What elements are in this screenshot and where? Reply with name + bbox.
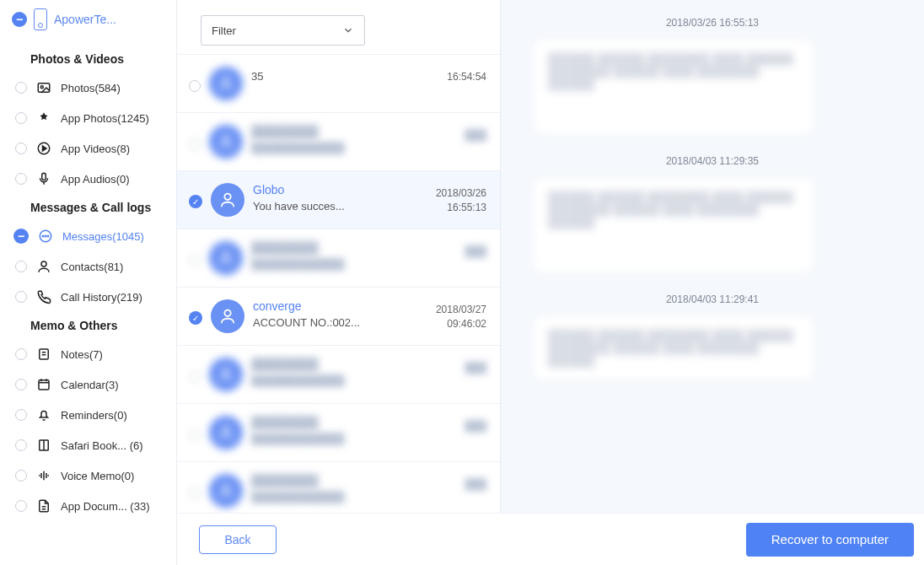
- message-title: ████████: [251, 474, 411, 487]
- message-preview: ACCOUNT NO.:002...: [253, 316, 411, 329]
- message-item[interactable]: ███████████████████████: [177, 229, 500, 288]
- message-preview: ████████████: [251, 258, 411, 271]
- svg-point-6: [45, 235, 46, 237]
- radio-icon[interactable]: [15, 291, 27, 303]
- message-preview: ████████████: [251, 374, 411, 387]
- play-icon: [35, 140, 52, 157]
- message-title: ████████: [251, 416, 411, 429]
- radio-icon[interactable]: [15, 379, 27, 390]
- footer-bar: Back Recover to computer: [177, 513, 924, 565]
- svg-rect-3: [42, 173, 46, 180]
- radio-icon[interactable]: [189, 138, 201, 150]
- sidebar-item-app-videos[interactable]: App Videos(8): [0, 133, 176, 164]
- radio-icon[interactable]: [189, 429, 201, 441]
- svg-point-15: [223, 252, 228, 258]
- sidebar-item-reminders[interactable]: Reminders(0): [0, 400, 176, 430]
- radio-icon[interactable]: [15, 500, 27, 512]
- message-time: ███: [419, 416, 486, 433]
- sidebar-item-photos[interactable]: Photos(584): [0, 73, 176, 103]
- message-item[interactable]: ███████████████████████: [177, 113, 500, 171]
- wave-icon: [35, 467, 52, 484]
- radio-icon[interactable]: [15, 82, 27, 94]
- message-time: ███: [419, 125, 486, 143]
- sidebar-item-contacts[interactable]: Contacts(81): [0, 251, 176, 282]
- sidebar-item-label: Photos(584): [61, 82, 121, 94]
- svg-point-13: [223, 136, 228, 142]
- check-icon[interactable]: ✓: [189, 195, 202, 208]
- sidebar-item-label: App Docum... (33): [61, 500, 150, 513]
- sidebar: − ApowerTe... Photos & Videos Photos(584…: [0, 0, 177, 565]
- message-title: ████████: [251, 125, 411, 138]
- avatar: [211, 183, 244, 217]
- device-header[interactable]: − ApowerTe...: [0, 0, 176, 46]
- section-title-photos: Photos & Videos: [0, 46, 176, 73]
- sidebar-item-call-history[interactable]: Call History(219): [0, 282, 176, 312]
- sidebar-item-label: Contacts(81): [61, 261, 123, 273]
- sidebar-item-label: Reminders(0): [61, 409, 127, 422]
- collapse-icon[interactable]: −: [12, 12, 27, 27]
- radio-icon[interactable]: [15, 439, 27, 451]
- message-preview: 35: [251, 70, 411, 83]
- svg-point-16: [224, 310, 230, 316]
- message-item[interactable]: ✓GloboYou have succes...2018/03/2616:55:…: [177, 171, 500, 229]
- message-item[interactable]: ✓convergeACCOUNT NO.:002...2018/03/2709:…: [177, 288, 500, 346]
- svg-point-18: [223, 427, 228, 433]
- message-preview: ████████████: [251, 142, 411, 154]
- sidebar-item-app-audios[interactable]: App Audios(0): [0, 164, 176, 194]
- radio-icon[interactable]: [15, 348, 27, 360]
- bookmark-icon: [35, 437, 52, 454]
- sidebar-item-safari-bookmarks[interactable]: Safari Book... (6): [0, 430, 176, 460]
- collapse-icon[interactable]: −: [13, 229, 29, 244]
- sidebar-item-calendar[interactable]: Calendar(3): [0, 369, 176, 400]
- message-time: ███: [419, 474, 486, 492]
- sidebar-item-label: Notes(7): [61, 348, 103, 361]
- radio-icon[interactable]: [189, 371, 201, 383]
- photo-icon: [35, 79, 52, 96]
- message-item[interactable]: ███████████████████████: [177, 404, 500, 462]
- svg-point-5: [42, 235, 44, 237]
- svg-rect-10: [39, 380, 49, 390]
- conversation-panel: 2018/03/26 16:55:13██████ ██████ ███████…: [501, 0, 924, 565]
- section-title-memo: Memo & Others: [0, 312, 176, 339]
- check-icon[interactable]: ✓: [189, 311, 202, 325]
- avatar: [209, 474, 243, 508]
- radio-icon[interactable]: [189, 255, 201, 266]
- message-list-panel: Filter 3516:54:54███████████████████████…: [177, 0, 501, 565]
- timestamp-separator: 2018/03/26 16:55:13: [518, 0, 907, 40]
- radio-icon[interactable]: [189, 487, 201, 499]
- radio-icon[interactable]: [15, 143, 27, 154]
- back-button[interactable]: Back: [199, 525, 277, 554]
- message-list[interactable]: 3516:54:54███████████████████████✓GloboY…: [177, 55, 500, 565]
- section-title-messages: Messages & Call logs: [0, 194, 176, 221]
- radio-icon[interactable]: [15, 261, 27, 272]
- sidebar-item-voice-memo[interactable]: Voice Memo(0): [0, 460, 176, 491]
- message-time: 16:54:54: [419, 67, 486, 84]
- radio-icon[interactable]: [15, 409, 27, 421]
- message-item[interactable]: ███████████████████████: [177, 346, 500, 404]
- recover-button[interactable]: Recover to computer: [746, 523, 914, 557]
- message-title: ████████: [251, 241, 411, 255]
- note-icon: [35, 346, 52, 363]
- avatar: [211, 299, 244, 333]
- svg-point-12: [223, 78, 228, 83]
- message-item[interactable]: 3516:54:54: [177, 55, 500, 113]
- sidebar-item-label: App Audios(0): [61, 173, 130, 186]
- app-photo-icon: [35, 110, 52, 126]
- radio-icon[interactable]: [15, 173, 27, 185]
- sidebar-item-messages[interactable]: − Messages(1045): [0, 221, 176, 251]
- radio-icon[interactable]: [15, 470, 27, 482]
- svg-point-14: [224, 194, 230, 200]
- message-title: Globo: [253, 183, 411, 196]
- svg-point-7: [47, 235, 49, 237]
- chevron-down-icon: [342, 24, 354, 36]
- radio-icon[interactable]: [189, 80, 201, 92]
- filter-dropdown[interactable]: Filter: [201, 15, 365, 46]
- sidebar-item-app-photos[interactable]: App Photos(1245): [0, 103, 176, 133]
- message-item[interactable]: ███████████████████████: [177, 462, 500, 520]
- message-time: 2018/03/2616:55:13: [419, 183, 486, 215]
- sidebar-item-label: Voice Memo(0): [61, 470, 134, 482]
- sidebar-item-notes[interactable]: Notes(7): [0, 339, 176, 369]
- radio-icon[interactable]: [15, 112, 27, 124]
- sidebar-item-app-documents[interactable]: App Docum... (33): [0, 491, 176, 521]
- sidebar-item-label: Call History(219): [61, 291, 142, 304]
